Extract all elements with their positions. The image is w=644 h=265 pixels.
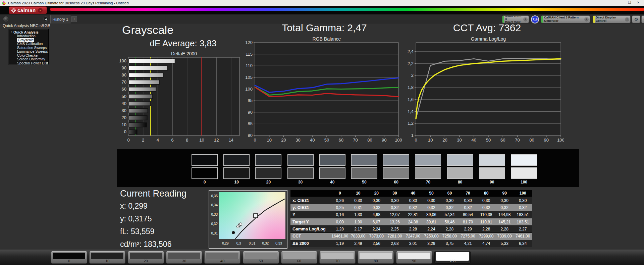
level-swatch [206,252,239,259]
table-cell: 2,24 [367,226,386,233]
table-row-label: y: CIE31 [290,204,331,211]
strip-level-label: 70 [415,180,441,184]
chevron-down-icon[interactable]: ▼ [523,17,528,21]
level-button-50[interactable]: 50 [243,251,279,264]
level-button-90[interactable]: 90 [396,251,432,264]
level-button-20[interactable]: 20 [128,251,164,264]
level-button-60[interactable]: 60 [281,251,317,264]
table-cell: 1,90 [349,218,368,225]
table-cell: 0,32 [422,204,441,211]
svg-text:1: 1 [411,133,414,138]
table-cell: 7250,00 [422,233,441,240]
cie-y-tick: 0,31 [210,231,218,235]
svg-text:110: 110 [246,63,253,68]
svg-text:30: 30 [122,108,126,113]
tree-expand-icon[interactable] [11,32,12,33]
level-button-80[interactable]: 80 [358,251,394,264]
svg-text:120: 120 [245,40,253,45]
tab-history-1[interactable]: History 1 [50,15,70,23]
actual-swatch-30 [287,154,314,166]
cie-y-tick: 0,34 [210,203,218,207]
chevron-down-icon[interactable]: ▼ [584,17,589,21]
svg-text:50: 50 [486,138,491,143]
display-control-button[interactable]: Direct Display Control ▼ [593,15,631,23]
svg-text:RGB Balance: RGB Balance [313,36,341,42]
svg-text:50: 50 [324,138,329,143]
close-button[interactable]: ✕ [634,0,643,6]
table-cell: 110,81 [477,218,495,225]
cie-x-tick: 0,31 [247,242,257,245]
table-cell: 6,07 [367,218,386,225]
level-button-100[interactable]: 100 [434,251,471,264]
table-cell: 110,38 [477,211,495,218]
chevron-down-icon[interactable]: ▼ [625,17,629,21]
level-button-30[interactable]: 30 [166,251,202,264]
sidebar-item-spectral-power-dist-[interactable]: Spectral Power Dist. [8,61,48,65]
level-label: 20 [128,259,164,263]
svg-text:0: 0 [415,138,417,143]
table-cell: 0,16 [331,211,349,218]
level-swatch [91,252,124,259]
current-reading-panel: Current Reading x: 0,299 y: 0,3175 fL: 5… [120,189,186,253]
svg-text:70: 70 [515,138,520,143]
reading-y-value: y: 0,3175 [120,214,186,223]
table-cell: 0,30 [440,197,459,204]
minimize-button[interactable]: – [616,0,625,6]
actual-swatch-60 [383,154,409,166]
table-header-cell: 90 [495,190,514,197]
table-cell: 0,32 [477,204,495,211]
level-button-40[interactable]: 40 [204,251,240,264]
target-swatch-60 [383,167,409,179]
table-header-cell: 50 [422,190,441,197]
level-swatch [398,252,431,259]
calman-app-icon [2,1,6,5]
table-cell: 3,75 [440,240,459,247]
level-button-70[interactable]: 70 [319,251,356,264]
svg-text:90: 90 [382,138,386,143]
table-cell: 7281,00 [386,233,404,240]
record-indicator-button[interactable] [3,16,8,21]
workflow-title: Quick Analysis NBC sRGB [3,23,50,28]
table-row-label: Target Y [290,218,331,225]
level-label: 10 [90,259,125,263]
maximize-button[interactable]: ❐ [625,0,634,6]
target-swatch-30 [287,167,314,179]
table-cell: 0,30 [422,197,441,204]
table-cell: 0,32 [386,204,404,211]
add-tab-button[interactable]: + [71,16,77,22]
table-cell: 2,24 [422,226,441,233]
sidebar-collapse-button[interactable]: ◀ [43,16,48,21]
table-cell: 0,32 [440,204,459,211]
table-cell: 0,30 [404,197,422,204]
level-button-0[interactable]: 0 [51,251,87,264]
target-swatch-0 [192,167,218,179]
level-button-10[interactable]: 10 [89,251,125,264]
measurement-table: 0102030405060708090100x: CIE310,260,300,… [290,190,532,247]
table-cell: 3,01 [404,240,422,247]
table-cell: 58,46 [440,218,459,225]
level-swatch [283,252,316,259]
table-cell: 22,81 [404,211,422,218]
svg-text:90: 90 [122,65,126,70]
table-cell: 0,32 [495,204,514,211]
current-reading-title: Current Reading [120,189,186,199]
logo-row: calman ▼ [0,6,644,14]
svg-text:40: 40 [310,138,315,143]
table-cell: 13,26 [386,218,404,225]
brand-dropdown-icon[interactable]: ▼ [38,8,43,13]
level-label: 40 [205,259,240,263]
toolbar-edge-button[interactable]: ◀ [641,15,644,23]
sidebar-item-introduction[interactable]: Introduction [8,34,48,38]
target-swatch-80 [447,167,473,179]
table-header-cell: 60 [440,190,459,197]
table-cell: 0,30 [495,197,514,204]
calman-menu-button[interactable]: calman ▼ [9,6,47,14]
table-row-label: Y [290,211,331,218]
table-cell: 2,17 [349,226,368,233]
svg-text:90: 90 [544,138,549,143]
table-cell: 0,30 [367,197,386,204]
cie-chromaticity-chart: 0,350,340,330,320,310,290,30,310,320,33 [209,190,287,249]
table-cell: 0,00 [331,218,349,225]
settings-gear-icon[interactable]: ⚙ [632,15,640,23]
table-cell: 183,51 [514,218,532,225]
